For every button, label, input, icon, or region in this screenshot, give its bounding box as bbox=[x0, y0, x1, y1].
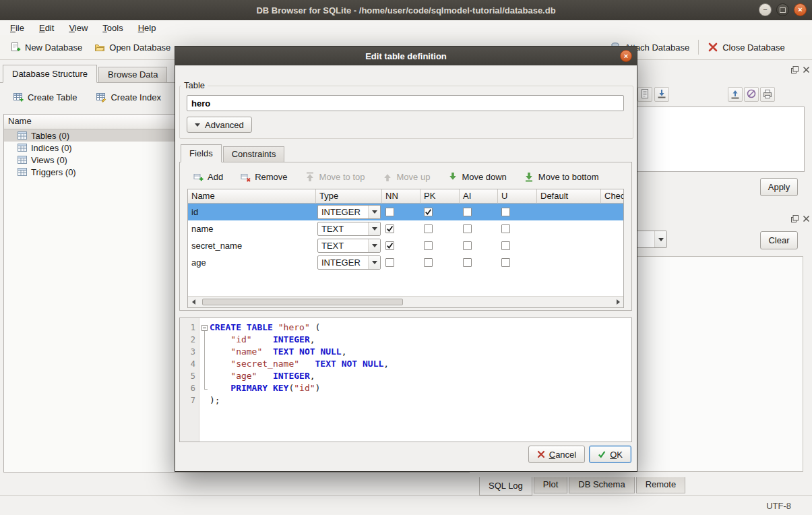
ai-cell bbox=[460, 254, 498, 271]
cell-import-button[interactable] bbox=[654, 87, 669, 102]
clear-button[interactable]: Clear bbox=[760, 231, 798, 249]
field-row-age[interactable]: ageINTEGER bbox=[188, 254, 623, 271]
minimize-icon[interactable] bbox=[759, 3, 772, 16]
ai-checkbox[interactable] bbox=[463, 224, 472, 233]
remove-button[interactable]: Remove bbox=[241, 172, 287, 182]
menu-view[interactable]: View bbox=[61, 22, 95, 34]
toolbar-new-database[interactable]: New Database bbox=[4, 39, 88, 55]
table-name-input[interactable] bbox=[187, 95, 624, 111]
u-checkbox[interactable] bbox=[501, 208, 510, 216]
default-cell bbox=[537, 204, 601, 220]
pk-checkbox[interactable] bbox=[424, 224, 433, 233]
field-row-secret-name[interactable]: secret_nameTEXT bbox=[188, 237, 623, 254]
horizontal-scrollbar[interactable] bbox=[188, 296, 623, 307]
tab-fields[interactable]: Fields bbox=[181, 144, 222, 162]
tree-item-label: Triggers (0) bbox=[31, 167, 76, 177]
dock-float-button[interactable] bbox=[790, 214, 799, 224]
nn-checkbox[interactable] bbox=[385, 224, 394, 233]
tab-remote[interactable]: Remote bbox=[636, 477, 686, 493]
apply-button[interactable]: Apply bbox=[760, 178, 798, 196]
dock-close-button[interactable] bbox=[801, 65, 811, 75]
menu-tools[interactable]: Tools bbox=[95, 22, 130, 34]
toolbar-open-database[interactable]: Open Database bbox=[88, 39, 177, 55]
create-index-button[interactable]: Create Index bbox=[91, 89, 165, 105]
move-down-button[interactable]: Move down bbox=[447, 172, 506, 182]
ai-checkbox[interactable] bbox=[463, 258, 472, 267]
menu-help[interactable]: Help bbox=[131, 22, 164, 34]
float-icon bbox=[791, 214, 799, 224]
field-row-id[interactable]: idINTEGER bbox=[188, 204, 623, 220]
default-cell bbox=[537, 237, 601, 254]
nn-checkbox[interactable] bbox=[385, 258, 394, 267]
type-combobox[interactable]: TEXT bbox=[317, 222, 381, 236]
new-database-icon bbox=[10, 42, 21, 53]
pk-checkbox[interactable] bbox=[424, 208, 433, 216]
cell-doc-button[interactable] bbox=[637, 87, 652, 102]
tab-constraints[interactable]: Constraints bbox=[223, 146, 285, 162]
nn-cell bbox=[382, 237, 420, 254]
tab-db-schema[interactable]: DB Schema bbox=[569, 477, 634, 493]
toolbar-close-database[interactable]: Close Database bbox=[701, 39, 791, 55]
log-dock-controls bbox=[790, 214, 811, 224]
check-cell bbox=[601, 220, 624, 237]
u-cell bbox=[498, 254, 537, 271]
column-header-type[interactable]: Type bbox=[316, 189, 382, 204]
pk-checkbox[interactable] bbox=[424, 241, 433, 250]
cell-export-button[interactable] bbox=[728, 87, 743, 102]
table-icon bbox=[18, 131, 27, 140]
tab-browse-data[interactable]: Browse Data bbox=[98, 67, 167, 83]
dock-float-button[interactable] bbox=[790, 65, 799, 75]
structure-toolbar: Create TableCreate Index bbox=[8, 89, 166, 105]
nn-checkbox[interactable] bbox=[385, 208, 394, 216]
sql-line: ); bbox=[210, 394, 631, 406]
add-button[interactable]: Add bbox=[193, 172, 223, 182]
cell-print-button[interactable] bbox=[760, 87, 775, 102]
app-window: DB Browser for SQLite - /home/user/code/… bbox=[0, 0, 812, 515]
field-row-name[interactable]: nameTEXT bbox=[188, 220, 623, 237]
ai-checkbox[interactable] bbox=[463, 208, 472, 216]
type-combobox[interactable]: TEXT bbox=[317, 239, 381, 253]
ok-button[interactable]: OK bbox=[589, 446, 631, 463]
column-header-check[interactable]: Check bbox=[601, 189, 624, 204]
dialog-close-icon[interactable] bbox=[620, 50, 632, 62]
fold-marker-icon[interactable] bbox=[201, 325, 208, 331]
nn-checkbox[interactable] bbox=[385, 241, 394, 250]
close-icon bbox=[803, 214, 810, 224]
chevron-down-icon bbox=[195, 123, 200, 127]
tab-plot[interactable]: Plot bbox=[534, 477, 567, 493]
u-checkbox[interactable] bbox=[501, 258, 510, 267]
menu-file[interactable]: File bbox=[3, 22, 32, 34]
menu-edit[interactable]: Edit bbox=[32, 22, 61, 34]
cell-null-button[interactable] bbox=[744, 87, 759, 102]
tab-sql-log[interactable]: SQL Log bbox=[479, 477, 532, 495]
sql-preview-editor[interactable]: 1234567 CREATE TABLE "hero" ( "id" INTEG… bbox=[179, 317, 632, 442]
column-header-u[interactable]: U bbox=[498, 189, 537, 204]
cancel-button[interactable]: Cancel bbox=[528, 446, 585, 463]
column-header-pk[interactable]: PK bbox=[420, 189, 460, 204]
cell-import-icon bbox=[656, 88, 667, 101]
move-up-button: Move up bbox=[383, 172, 431, 182]
tab-database-structure[interactable]: Database Structure bbox=[3, 65, 97, 83]
maximize-icon[interactable] bbox=[776, 3, 789, 16]
column-header-ai[interactable]: AI bbox=[460, 189, 498, 204]
combobox-arrow-icon bbox=[368, 256, 380, 269]
u-checkbox[interactable] bbox=[501, 224, 510, 233]
create-table-button[interactable]: Create Table bbox=[8, 89, 82, 105]
close-icon[interactable] bbox=[794, 3, 807, 16]
column-header-name[interactable]: Name bbox=[188, 189, 316, 204]
dialog-button-row: Cancel OK bbox=[528, 446, 631, 463]
scrollbar-thumb[interactable] bbox=[202, 299, 403, 305]
field-type-cell: TEXT bbox=[316, 237, 382, 254]
scroll-right-icon[interactable] bbox=[613, 297, 623, 307]
type-combobox[interactable]: INTEGER bbox=[317, 205, 381, 219]
u-checkbox[interactable] bbox=[501, 241, 510, 250]
move-to-bottom-button[interactable]: Move to bottom bbox=[524, 172, 599, 182]
dock-close-button[interactable] bbox=[801, 214, 811, 224]
scroll-left-icon[interactable] bbox=[188, 297, 199, 307]
type-combobox[interactable]: INTEGER bbox=[317, 255, 381, 270]
advanced-button[interactable]: Advanced bbox=[187, 117, 252, 133]
pk-checkbox[interactable] bbox=[424, 258, 433, 267]
ai-checkbox[interactable] bbox=[463, 241, 472, 250]
column-header-nn[interactable]: NN bbox=[382, 189, 420, 204]
column-header-default[interactable]: Default bbox=[537, 189, 601, 204]
